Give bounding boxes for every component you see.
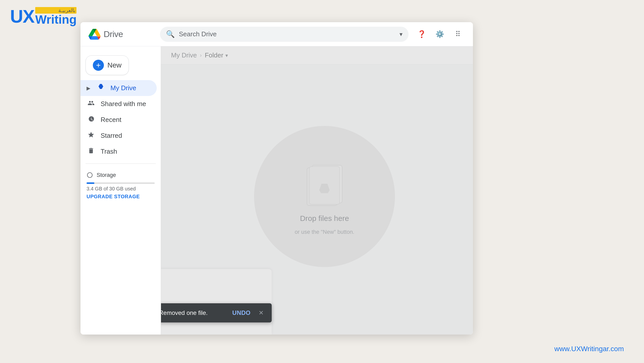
- help-icon: ❓: [417, 30, 426, 38]
- logo-w-block: بالعربيـة Writing: [35, 7, 76, 26]
- storage-bar-background: [87, 182, 155, 184]
- storage-bar-fill: [87, 182, 94, 184]
- storage-section: Storage 3.4 GB of 30 GB used UPGRADE STO…: [80, 168, 161, 204]
- sidebar-item-trash[interactable]: Trash: [80, 144, 157, 159]
- settings-icon: ⚙️: [435, 30, 444, 38]
- logo-ux-text: UX: [10, 7, 34, 25]
- main-content: My Drive › Folder ▾: [161, 46, 473, 335]
- sidebar-item-label-shared: Shared with me: [101, 100, 146, 108]
- new-plus-icon: +: [93, 60, 104, 71]
- drive-app: + New ▶ My Drive Shared with me: [80, 46, 473, 335]
- search-bar[interactable]: 🔍 Search Drive ▾: [160, 27, 409, 42]
- upgrade-storage-link[interactable]: UPGRADE STORAGE: [87, 194, 155, 200]
- sidebar-item-label-trash: Trash: [101, 148, 117, 155]
- snackbar-undo-button[interactable]: UNDO: [232, 309, 251, 316]
- chrome-window: Drive 🔍 Search Drive ▾ ❓ ⚙️ ⠿ + New: [80, 22, 473, 335]
- help-button[interactable]: ❓: [415, 27, 429, 41]
- search-icon: 🔍: [166, 30, 175, 38]
- sidebar-item-starred[interactable]: Starred: [80, 128, 157, 144]
- sidebar-divider: [86, 163, 156, 164]
- my-drive-icon: [96, 84, 105, 92]
- sidebar-item-label-starred: Starred: [101, 132, 122, 140]
- settings-button[interactable]: ⚙️: [433, 27, 447, 41]
- snackbar-close-button[interactable]: ✕: [259, 309, 264, 316]
- logo: UX بالعربيـة Writing: [10, 7, 76, 26]
- sidebar-item-label-my-drive: My Drive: [110, 84, 136, 92]
- app-title: Drive: [104, 29, 123, 39]
- apps-button[interactable]: ⠿: [451, 27, 465, 41]
- website-url: www.UXWritingar.com: [554, 345, 624, 353]
- sidebar: + New ▶ My Drive Shared with me: [80, 46, 161, 335]
- new-button-label: New: [107, 61, 122, 69]
- snackbar-message: Removed one file.: [161, 309, 226, 316]
- new-button[interactable]: + New: [86, 55, 129, 75]
- sidebar-item-shared[interactable]: Shared with me: [80, 96, 157, 112]
- storage-icon: [87, 172, 93, 178]
- search-dropdown-icon[interactable]: ▾: [399, 31, 403, 38]
- trash-icon: [87, 147, 96, 156]
- header-icons: ❓ ⚙️ ⠿: [415, 27, 465, 41]
- drive-logo-area: Drive: [89, 28, 154, 40]
- search-input[interactable]: Search Drive: [179, 30, 395, 38]
- storage-usage-text: 3.4 GB of 30 GB used: [87, 186, 155, 192]
- storage-text-label: Storage: [97, 172, 116, 178]
- drag-overlay: [161, 46, 473, 335]
- storage-label: Storage: [87, 172, 155, 178]
- sidebar-item-label-recent: Recent: [101, 116, 121, 124]
- sidebar-item-recent[interactable]: Recent: [80, 112, 157, 128]
- logo-writing-text: Writing: [35, 14, 76, 26]
- expand-icon: ▶: [87, 85, 90, 91]
- shared-icon: [87, 100, 96, 108]
- snackbar: Removed one file. UNDO ✕: [161, 303, 272, 322]
- header: Drive 🔍 Search Drive ▾ ❓ ⚙️ ⠿: [80, 22, 473, 46]
- starred-icon: [87, 131, 96, 140]
- sidebar-item-my-drive[interactable]: ▶ My Drive: [80, 80, 157, 96]
- apps-grid-icon: ⠿: [455, 30, 461, 38]
- recent-icon: [87, 115, 96, 124]
- drive-logo-icon: [89, 28, 101, 40]
